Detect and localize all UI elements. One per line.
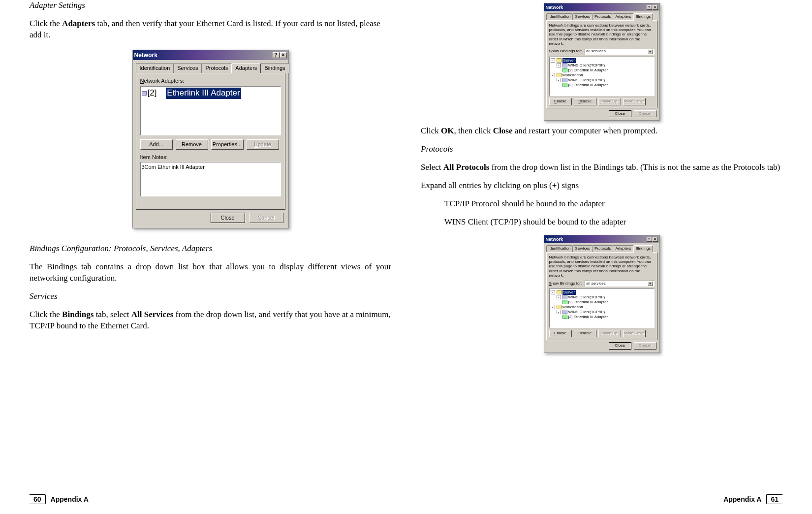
titlebar: Network ? × bbox=[544, 235, 659, 243]
tree-label: Server bbox=[562, 290, 576, 295]
tab-identification[interactable]: Identification bbox=[546, 13, 573, 20]
appendix-label-right: Appendix A bbox=[723, 495, 761, 503]
heading-services: Services bbox=[30, 291, 391, 302]
tree-item-adapter[interactable]: [2] Etherlink III Adapter bbox=[551, 68, 653, 73]
bindings-ref: Bindings bbox=[62, 310, 94, 319]
close-button[interactable]: Close bbox=[609, 342, 631, 350]
page-footer-right: Appendix A 61 bbox=[723, 494, 782, 504]
tab-services[interactable]: Services bbox=[572, 245, 593, 252]
remove-button[interactable]: Remove bbox=[176, 139, 208, 150]
tree-item-server[interactable]: -Server bbox=[551, 58, 653, 63]
bindings-description: Network bindings are connections between… bbox=[549, 255, 655, 278]
tab-identification[interactable]: Identification bbox=[546, 245, 573, 252]
tree-label: WINS Client(TCP/IP) bbox=[568, 78, 605, 82]
close-ref: Close bbox=[493, 126, 513, 135]
enable-button[interactable]: Enable bbox=[549, 98, 572, 105]
tab-adapters[interactable]: Adapters bbox=[231, 63, 261, 73]
disable-button[interactable]: Disable bbox=[574, 98, 596, 105]
collapse-icon[interactable]: - bbox=[551, 305, 555, 309]
tree-label: [2] Etherlink III Adapter bbox=[568, 315, 608, 319]
tab-adapters[interactable]: Adapters bbox=[613, 13, 633, 20]
close-icon[interactable]: × bbox=[280, 52, 287, 58]
text: Click the bbox=[30, 310, 62, 319]
close-button[interactable]: Close bbox=[211, 213, 245, 223]
tab-bindings[interactable]: Bindings bbox=[633, 13, 654, 20]
properties-button[interactable]: Properties... bbox=[211, 139, 244, 150]
chevron-down-icon[interactable]: ▼ bbox=[648, 49, 653, 54]
computer-icon bbox=[557, 290, 562, 294]
dialog-title: Network bbox=[134, 51, 157, 59]
services-paragraph: Click the Bindings tab, select All Servi… bbox=[30, 309, 391, 332]
tabstrip: Identification Services Protocols Adapte… bbox=[133, 60, 288, 73]
tab-protocols[interactable]: Protocols bbox=[201, 63, 232, 73]
adapter-icon bbox=[562, 315, 567, 319]
tab-identification[interactable]: Identification bbox=[136, 63, 174, 73]
tree-item-adapter[interactable]: [2] Etherlink III Adapter bbox=[551, 83, 653, 88]
adapters-listbox[interactable]: [2] Etherlink III Adapter bbox=[140, 86, 281, 135]
collapse-icon[interactable]: - bbox=[557, 295, 561, 299]
text: and restart your computer when prompted. bbox=[513, 126, 657, 135]
collapse-icon[interactable]: - bbox=[551, 58, 555, 63]
tree-item-wins[interactable]: -WINS Client(TCP/IP) bbox=[551, 310, 653, 315]
help-button[interactable]: ? bbox=[647, 5, 652, 10]
disable-button[interactable]: Disable bbox=[574, 330, 596, 337]
bindings-tree[interactable]: -Server -WINS Client(TCP/IP) [2] Etherli… bbox=[549, 57, 655, 96]
chevron-down-icon[interactable]: ▼ bbox=[648, 281, 653, 286]
collapse-icon[interactable]: - bbox=[557, 63, 561, 67]
tab-protocols[interactable]: Protocols bbox=[592, 13, 613, 20]
ok-close-paragraph: Click OK, then click Close and restart y… bbox=[421, 126, 782, 137]
tree-item-wins[interactable]: -WINS Client(TCP/IP) bbox=[551, 63, 653, 68]
tree-item-workstation[interactable]: -Workstation bbox=[551, 305, 653, 310]
collapse-icon[interactable]: - bbox=[557, 78, 561, 82]
tab-bindings[interactable]: Bindings bbox=[260, 63, 289, 73]
add-button[interactable]: Add... bbox=[140, 139, 173, 150]
tab-services[interactable]: Services bbox=[173, 63, 202, 73]
page-footer-left: 60 Appendix A bbox=[30, 494, 89, 504]
list-item[interactable]: [2] Etherlink III Adapter bbox=[142, 88, 280, 99]
adapters-tab-ref: Adapters bbox=[62, 19, 95, 28]
tab-services[interactable]: Services bbox=[572, 13, 593, 20]
close-icon[interactable]: × bbox=[653, 237, 658, 242]
list-prefix: [2] bbox=[148, 88, 157, 97]
tree-item-wins[interactable]: -WINS Client(TCP/IP) bbox=[551, 295, 653, 300]
ok-ref: OK bbox=[441, 126, 454, 135]
all-services-ref: All Services bbox=[131, 310, 173, 319]
enable-button[interactable]: Enable bbox=[549, 330, 572, 337]
close-icon[interactable]: × bbox=[653, 5, 658, 10]
text: Select bbox=[421, 162, 443, 172]
bindings-filter-combo[interactable]: all services ▼ bbox=[585, 49, 654, 55]
tree-label: Workstation bbox=[562, 305, 583, 309]
network-dialog-adapters: Network ? × Identification Services Prot… bbox=[132, 50, 289, 228]
help-button[interactable]: ? bbox=[273, 52, 280, 58]
text: Click bbox=[421, 126, 441, 135]
bindings-filter-combo[interactable]: all services ▼ bbox=[585, 281, 654, 287]
protocols-indent-1: TCP/IP Protocol should be bound to the a… bbox=[444, 198, 782, 210]
collapse-icon[interactable]: - bbox=[551, 290, 555, 294]
collapse-icon[interactable]: - bbox=[557, 310, 561, 314]
adapter-icon bbox=[562, 83, 567, 87]
text: from the drop down list in the Bindings … bbox=[489, 162, 780, 172]
tab-protocols[interactable]: Protocols bbox=[592, 245, 613, 252]
tree-label: WINS Client(TCP/IP) bbox=[568, 295, 605, 299]
tree-item-workstation[interactable]: -Workstation bbox=[551, 73, 653, 78]
tree-label: [2] Etherlink III Adapter bbox=[568, 68, 608, 72]
bindings-tree[interactable]: -Server -WINS Client(TCP/IP) [2] Etherli… bbox=[549, 289, 655, 328]
tab-adapters[interactable]: Adapters bbox=[613, 245, 633, 252]
tree-item-adapter[interactable]: [2] Etherlink III Adapter bbox=[551, 315, 653, 320]
protocols-paragraph-1: Select All Protocols from the drop down … bbox=[421, 162, 782, 173]
tree-label: WINS Client(TCP/IP) bbox=[568, 63, 605, 67]
adapter-paragraph: Click the Adapters tab, and then verify … bbox=[30, 18, 391, 41]
cancel-button: Cancel bbox=[634, 110, 656, 118]
collapse-icon[interactable]: - bbox=[551, 73, 555, 77]
close-button[interactable]: Close bbox=[609, 110, 631, 118]
tree-item-server[interactable]: -Server bbox=[551, 290, 653, 295]
tree-item-wins[interactable]: -WINS Client(TCP/IP) bbox=[551, 78, 653, 83]
network-dialog-bindings-1: Network ? × Identification Services Prot… bbox=[544, 3, 660, 121]
protocol-icon bbox=[562, 63, 567, 67]
dialog-title: Network bbox=[546, 236, 563, 242]
computer-icon bbox=[557, 73, 562, 77]
combo-value: all services bbox=[586, 281, 606, 287]
tab-bindings[interactable]: Bindings bbox=[633, 245, 654, 252]
help-button[interactable]: ? bbox=[647, 237, 652, 242]
tree-item-adapter[interactable]: [2] Etherlink III Adapter bbox=[551, 300, 653, 305]
